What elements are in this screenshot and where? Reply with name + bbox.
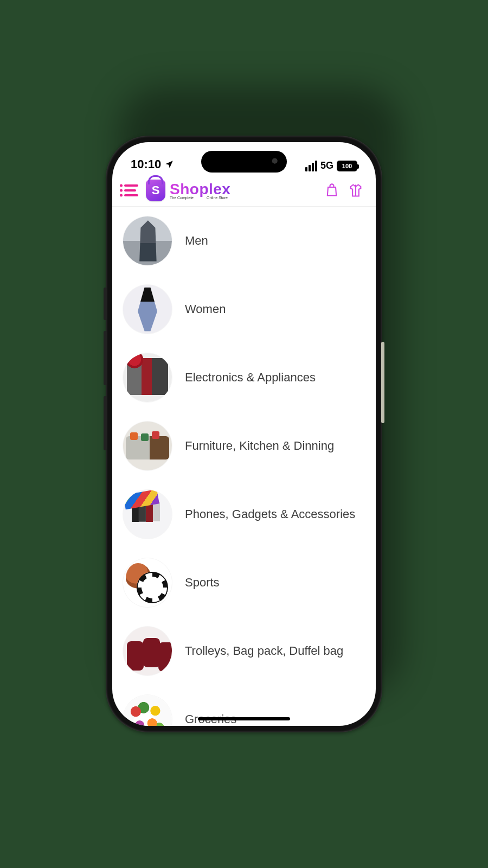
category-label: Electronics & Appliances [185,371,316,385]
brand-tagline-right: Online Store [207,196,228,200]
brand-tagline-left: The Complete [170,196,194,200]
shopping-bag-button[interactable] [324,182,340,199]
category-label: Sports [185,576,220,590]
category-thumb [123,285,172,334]
category-furniture[interactable]: Furniture, Kitchen & Dinning [112,412,376,480]
brand-name: Shoplex [170,182,230,197]
home-indicator[interactable] [198,717,290,720]
phone-frame: 10:10 5G 100 S Shoplex The Complete O [106,136,382,732]
app-header: S Shoplex The Complete Online Store [112,175,376,206]
category-electronics[interactable]: Electronics & Appliances [112,343,376,412]
category-label: Women [185,302,226,316]
category-thumb [123,422,172,470]
category-trolleys[interactable]: Trolleys, Bag pack, Duffel bag [112,617,376,685]
front-camera [272,158,279,165]
volume-button-silent [104,288,107,320]
category-phones[interactable]: Phones, Gadgets & Accessories [112,480,376,548]
category-thumb [123,695,172,726]
category-list[interactable]: Men Women Electronics & Appliances Furni… [112,207,376,726]
category-label: Phones, Gadgets & Accessories [185,507,355,521]
category-thumb [123,558,172,607]
category-thumb [123,627,172,675]
logo-bag-icon: S [146,180,165,201]
power-button [381,342,384,423]
category-label: Trolleys, Bag pack, Duffel bag [185,644,343,658]
category-label: Men [185,234,208,248]
network-label: 5G [320,160,333,171]
wardrobe-button[interactable] [348,182,364,199]
screen: 10:10 5G 100 S Shoplex The Complete O [112,142,376,726]
app-logo[interactable]: S Shoplex The Complete Online Store [146,180,230,201]
dynamic-island [201,151,287,173]
category-men[interactable]: Men [112,207,376,275]
signal-icon [305,161,317,171]
menu-button[interactable] [124,184,138,196]
category-women[interactable]: Women [112,275,376,343]
status-time: 10:10 [131,157,161,171]
category-sports[interactable]: Sports [112,548,376,617]
category-thumb [123,353,172,402]
category-thumb [123,490,172,539]
location-arrow-icon [164,159,174,169]
battery-icon: 100 [337,161,357,171]
shopping-bag-icon [324,183,339,198]
volume-button-up [104,331,107,385]
volume-button-down [104,396,107,450]
category-label: Furniture, Kitchen & Dinning [185,439,334,453]
category-thumb [123,216,172,265]
shirt-icon [348,183,363,198]
